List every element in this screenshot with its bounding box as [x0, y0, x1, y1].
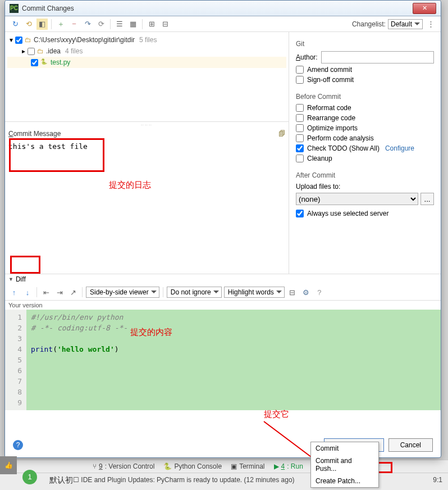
tool-terminal[interactable]: ▣ Terminal	[231, 462, 264, 470]
your-version-label: Your version	[5, 301, 441, 310]
next-file-icon[interactable]: ⇥	[54, 287, 65, 298]
file-tree: ▾ 🗀 C:\Users\xxyy\Desktop\gitdir\gitdir …	[5, 32, 289, 122]
close-button[interactable]: ✕	[413, 3, 436, 14]
refresh-icon[interactable]: ↻	[10, 19, 21, 30]
idea-checkbox[interactable]	[28, 48, 35, 55]
collapse-icon[interactable]: ⊟	[159, 19, 171, 30]
cursor-position: 9:1	[433, 476, 442, 484]
tree-file[interactable]: 🐍 test.py	[7, 57, 286, 68]
code-viewer: 123456789 #!/usr/bin/env python # -*- co…	[5, 310, 441, 410]
reformat-checkbox[interactable]	[296, 104, 304, 112]
upload-more-button[interactable]: ...	[420, 193, 434, 205]
changelist-label: Changelist:	[352, 20, 386, 28]
upload-select[interactable]: (none)	[296, 193, 418, 205]
tree-root[interactable]: ▾ 🗀 C:\Users\xxyy\Desktop\gitdir\gitdir …	[7, 34, 286, 46]
tool-version-control[interactable]: ⑂ 99: Version Control: Version Control	[93, 462, 154, 470]
tree-idea[interactable]: ▸ 🗀 .idea 4 files	[7, 46, 286, 57]
diff-collapse-icon[interactable]: ▼	[8, 276, 13, 282]
cleanup-checkbox[interactable]	[296, 155, 304, 162]
after-commit-section: After Commit	[296, 171, 434, 179]
show-diff-icon[interactable]: ⟳	[95, 19, 107, 30]
next-diff-icon[interactable]: ↓	[22, 287, 33, 298]
ignore-select[interactable]: Do not ignore	[167, 287, 222, 298]
todo-checkbox[interactable]	[296, 144, 304, 152]
prev-diff-icon[interactable]: ↑	[8, 287, 20, 298]
tool-run[interactable]: ▶ 4: Run	[274, 462, 303, 470]
always-server-checkbox[interactable]	[296, 210, 304, 217]
window-title: Commit Changes	[22, 4, 413, 12]
group-icon[interactable]: ☰	[114, 19, 125, 30]
commit-message-label: Commit Message	[8, 130, 61, 138]
git-section: Git	[296, 40, 434, 48]
diff-label: Diff	[16, 275, 26, 283]
commit-dropdown: Commit Commit and Push... Create Patch..…	[310, 442, 379, 488]
folder-icon: 🗀	[37, 47, 44, 55]
file-checkbox[interactable]	[31, 59, 38, 66]
commit-dialog: PC Commit Changes ✕ ↻ ⟲ ◧ ＋ − ↷ ⟳ ☰ ▦ ⊞ …	[4, 0, 441, 458]
history-icon[interactable]: 🗐	[278, 130, 285, 138]
jump-icon[interactable]: ↗	[67, 287, 79, 298]
changelist-more-icon[interactable]: ⋮	[425, 19, 436, 30]
signoff-checkbox[interactable]	[296, 76, 304, 84]
partial-text: 默认初	[49, 475, 73, 486]
sync-scroll-icon[interactable]: ⊟	[287, 287, 298, 298]
pycharm-icon: PC	[10, 4, 19, 13]
highlight-select[interactable]: Highlight words	[224, 287, 285, 298]
revert-icon[interactable]: ⟲	[23, 19, 34, 30]
python-file-icon: 🐍	[40, 58, 48, 66]
split-handle[interactable]: ┈┈┈	[5, 122, 289, 128]
menu-create-patch[interactable]: Create Patch...	[311, 475, 378, 487]
chevron-right-icon[interactable]: ▸	[22, 47, 25, 55]
titlebar: PC Commit Changes ✕	[5, 1, 441, 16]
diff-icon[interactable]: ◧	[36, 19, 48, 30]
gear-icon[interactable]: ⚙	[300, 287, 312, 298]
help-diff-icon[interactable]: ?	[314, 287, 325, 298]
toolbar: ↻ ⟲ ◧ ＋ − ↷ ⟳ ☰ ▦ ⊞ ⊟ Changelist: Defaul…	[5, 16, 441, 32]
step-badge: 1	[22, 470, 37, 484]
new-changelist-icon[interactable]: ＋	[55, 19, 66, 30]
author-label: Author:	[296, 53, 318, 61]
menu-commit[interactable]: Commit	[311, 442, 378, 455]
configure-link[interactable]: Configure	[385, 144, 414, 152]
amend-label: Amend commit	[307, 66, 352, 74]
help-button[interactable]: ?	[13, 440, 23, 450]
before-commit-section: Before Commit	[296, 93, 434, 101]
delete-icon[interactable]: −	[68, 19, 80, 30]
upload-label: Upload files to:	[296, 183, 434, 190]
analysis-checkbox[interactable]	[296, 134, 304, 142]
root-checkbox[interactable]	[15, 37, 22, 44]
cancel-button[interactable]: Cancel	[388, 438, 433, 452]
folder-icon: 🗀	[25, 36, 31, 44]
tool-python-console[interactable]: 🐍 Python Console	[163, 462, 222, 470]
signoff-label: Sign-off commit	[307, 76, 354, 84]
commit-message-input[interactable]	[5, 140, 289, 274]
optimize-checkbox[interactable]	[296, 124, 304, 132]
group2-icon[interactable]: ▦	[127, 19, 139, 30]
expand-icon[interactable]: ⊞	[146, 19, 157, 30]
prev-file-icon[interactable]: ⇤	[40, 287, 52, 298]
chevron-down-icon[interactable]: ▾	[10, 36, 13, 44]
changelist-select[interactable]: Default	[388, 19, 423, 29]
rearrange-checkbox[interactable]	[296, 114, 304, 122]
move-icon[interactable]: ↷	[82, 19, 93, 30]
status-message: ☐ IDE and Plugin Updates: PyCharm is rea…	[73, 476, 295, 484]
author-input[interactable]	[321, 51, 434, 63]
viewer-select[interactable]: Side-by-side viewer	[86, 287, 159, 298]
thumbs-icon: 👍	[0, 456, 17, 474]
amend-checkbox[interactable]	[296, 66, 304, 74]
menu-commit-push[interactable]: Commit and Push...	[311, 455, 378, 475]
